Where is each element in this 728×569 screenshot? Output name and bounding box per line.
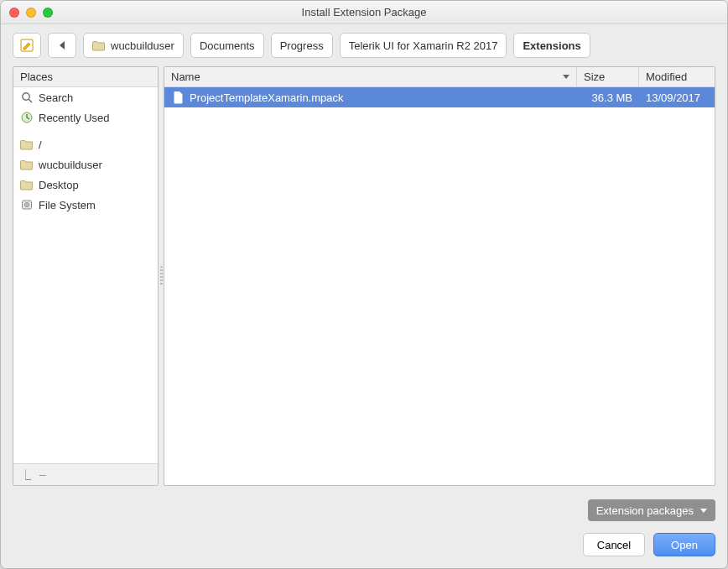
sidebar-item-label: /	[39, 138, 42, 151]
file-icon	[171, 91, 185, 104]
folder-icon	[20, 158, 34, 171]
file-size: 36.3 MB	[577, 91, 639, 104]
column-modified[interactable]: Modified	[639, 67, 715, 86]
window-title: Install Extension Package	[1, 6, 727, 18]
places-sidebar: Places SearchRecently Used/wucbuilduserD…	[13, 66, 159, 486]
folder-icon	[92, 39, 106, 52]
breadcrumb-label: Progress	[280, 39, 324, 52]
places-list: SearchRecently Used/wucbuilduserDesktopF…	[13, 87, 158, 463]
places-header: Places	[13, 67, 158, 87]
sidebar-item-label: File System	[39, 199, 96, 211]
toolbar: wucbuilduserDocumentsProgressTelerik UI …	[1, 24, 727, 66]
sidebar-item[interactable]: Desktop	[13, 175, 158, 195]
file-dialog-window: Install Extension Package wucbuilduserDo…	[0, 0, 728, 569]
breadcrumb-label: Documents	[200, 39, 255, 52]
sidebar-item[interactable]: File System	[13, 195, 158, 215]
add-bookmark-icon[interactable]: ⎿	[20, 468, 31, 481]
svg-point-1	[23, 93, 29, 100]
search-icon	[20, 91, 34, 104]
edit-path-button[interactable]	[13, 33, 41, 58]
file-type-filter[interactable]: Extension packages	[588, 499, 715, 521]
places-footer: ⎿ —	[13, 463, 158, 485]
pencil-icon	[19, 38, 34, 53]
file-list-pane: Name Size Modified ProjectTemplateXamari…	[164, 66, 715, 486]
breadcrumb-segment[interactable]: Progress	[271, 33, 333, 58]
sidebar-item-label: Search	[39, 91, 73, 104]
file-modified: 13/09/2017	[639, 91, 715, 104]
recent-icon	[20, 111, 34, 124]
chevron-left-icon	[60, 41, 65, 50]
sidebar-item-label: Desktop	[39, 179, 79, 191]
breadcrumb-segment[interactable]: wucbuilduser	[83, 33, 184, 58]
sort-indicator-icon	[563, 75, 569, 79]
open-button[interactable]: Open	[653, 533, 715, 556]
cancel-button[interactable]: Cancel	[583, 533, 645, 556]
remove-bookmark-icon[interactable]: —	[39, 468, 46, 481]
sidebar-item[interactable]: wucbuilduser	[13, 154, 158, 175]
sidebar-item[interactable]: /	[13, 134, 158, 154]
chevron-down-icon	[700, 509, 707, 513]
folder-icon	[20, 178, 34, 191]
sidebar-item-label: wucbuilduser	[39, 159, 102, 171]
sidebar-item-label: Recently Used	[39, 112, 110, 124]
back-button[interactable]	[48, 33, 76, 58]
breadcrumb-segment[interactable]: Extensions	[513, 33, 590, 58]
folder-icon	[20, 138, 34, 151]
sidebar-item[interactable]: Recently Used	[13, 107, 158, 128]
file-name: ProjectTemplateXamarin.mpack	[190, 91, 344, 104]
file-rows: ProjectTemplateXamarin.mpack36.3 MB13/09…	[164, 87, 715, 485]
disk-icon	[20, 198, 34, 211]
file-row[interactable]: ProjectTemplateXamarin.mpack36.3 MB13/09…	[164, 87, 715, 107]
svg-point-6	[26, 204, 28, 206]
svg-line-2	[29, 99, 32, 102]
breadcrumb-segment[interactable]: Documents	[190, 33, 264, 58]
breadcrumb-segment[interactable]: Telerik UI for Xamarin R2 2017	[340, 33, 507, 58]
breadcrumb-label: Telerik UI for Xamarin R2 2017	[349, 39, 498, 52]
sidebar-item[interactable]: Search	[13, 87, 158, 107]
breadcrumb-label: Extensions	[523, 39, 580, 52]
column-headers: Name Size Modified	[164, 67, 715, 87]
breadcrumb: wucbuilduserDocumentsProgressTelerik UI …	[83, 33, 590, 58]
dialog-actions: Cancel Open	[1, 526, 727, 568]
column-name[interactable]: Name	[164, 67, 577, 86]
column-size[interactable]: Size	[577, 67, 639, 86]
titlebar: Install Extension Package	[1, 1, 727, 24]
breadcrumb-label: wucbuilduser	[111, 39, 174, 52]
